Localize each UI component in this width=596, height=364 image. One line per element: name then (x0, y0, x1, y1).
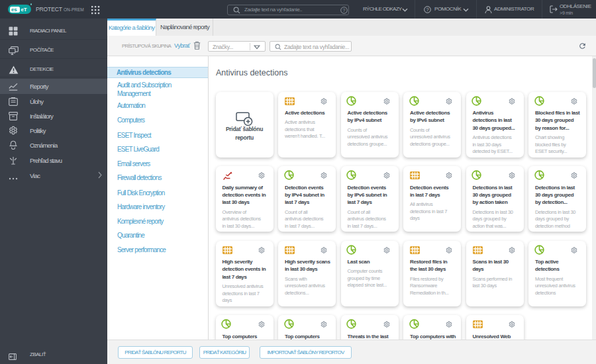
svg-text:?: ? (343, 8, 346, 13)
svg-text:?: ? (426, 7, 428, 13)
